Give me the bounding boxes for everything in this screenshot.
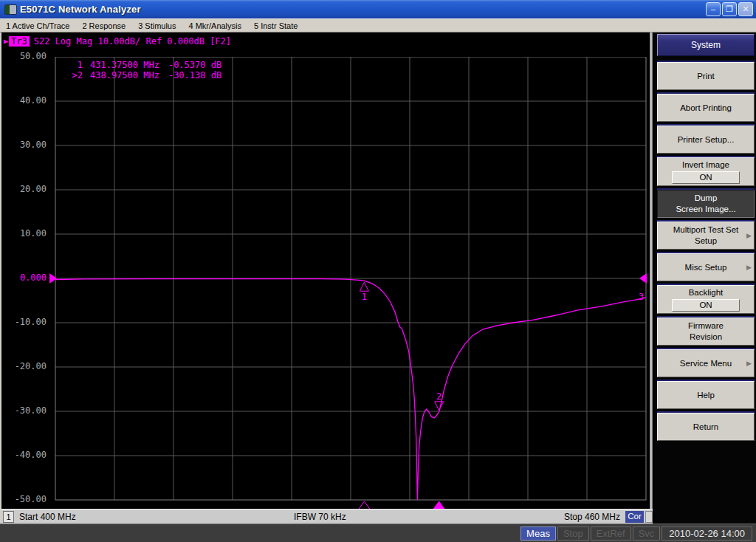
softkey-service-menu[interactable]: Service Menu▶ bbox=[657, 348, 755, 377]
reference-level-arrow-left bbox=[49, 273, 57, 284]
softkey-label: Screen Image... bbox=[676, 204, 735, 215]
trace-marker-icon bbox=[435, 402, 444, 411]
status-indicator-extref: ExtRef bbox=[591, 526, 631, 541]
correction-badge: Cor bbox=[625, 511, 644, 523]
datetime-display: 2010-02-26 14:00 bbox=[662, 526, 752, 541]
trace-marker-icon bbox=[360, 282, 368, 291]
menu-item-instr-state[interactable]: 5 Instr State bbox=[252, 21, 299, 31]
status-indicator-meas: Meas bbox=[520, 526, 556, 541]
softkey-multiport-test-set-setup[interactable]: Multiport Test SetSetup▶ bbox=[657, 220, 755, 250]
softkey-label: Abort Printing bbox=[680, 103, 732, 114]
trace-id-badge[interactable]: Tr3 bbox=[9, 36, 30, 47]
softkey-label: Return bbox=[693, 422, 719, 433]
channel-status-bar: 1 Start 400 MHz IFBW 70 kHz Stop 460 MHz… bbox=[1, 509, 653, 524]
active-trace-arrow-icon: ▶ bbox=[4, 37, 8, 45]
softkey-dump-screen-image[interactable]: DumpScreen Image... bbox=[657, 188, 755, 218]
softkey-label: Printer Setup... bbox=[678, 134, 735, 145]
window-titlebar: E5071C Network Analyzer – ❐ ✕ bbox=[0, 0, 756, 18]
softkey-toggle-state: ON bbox=[672, 171, 740, 184]
softkey-return[interactable]: Return bbox=[657, 411, 755, 441]
softkey-print[interactable]: Print bbox=[657, 61, 755, 90]
minimize-button[interactable]: – bbox=[706, 2, 721, 16]
softkey-printer-setup[interactable]: Printer Setup... bbox=[657, 124, 755, 154]
menu-item-active-ch-trace[interactable]: 1 Active Ch/Trace bbox=[4, 21, 71, 31]
correction-aux-box bbox=[645, 511, 653, 523]
softkey-abort-printing[interactable]: Abort Printing bbox=[657, 92, 755, 122]
softkey-label: Multiport Test Set bbox=[673, 224, 739, 236]
y-axis-label: -30.00 bbox=[1, 405, 47, 416]
submenu-arrow-icon: ▶ bbox=[746, 262, 752, 273]
y-axis-label: -20.00 bbox=[1, 361, 47, 371]
softkey-toggle-state: ON bbox=[672, 299, 740, 312]
softkey-label: Firmware bbox=[688, 320, 724, 332]
instrument-screen: ▶ Tr3 S22 Log Mag 10.00dB/ Ref 0.000dB [… bbox=[1, 32, 650, 509]
softkey-help[interactable]: Help bbox=[657, 380, 755, 409]
softkey-misc-setup[interactable]: Misc Setup▶ bbox=[657, 252, 755, 281]
submenu-arrow-icon: ▶ bbox=[746, 230, 752, 241]
softkey-label: Service Menu bbox=[680, 358, 732, 369]
trace-descriptor: S22 Log Mag 10.00dB/ Ref 0.000dB [F2] bbox=[34, 36, 231, 47]
softkey-label: Backlight bbox=[689, 287, 724, 298]
y-axis-label: 20.00 bbox=[1, 184, 47, 194]
y-axis-label: 50.00 bbox=[1, 51, 47, 61]
softkey-label: Invert Image bbox=[682, 159, 729, 171]
graticule: 12 bbox=[48, 57, 653, 511]
restore-button[interactable]: ❐ bbox=[722, 2, 737, 16]
start-frequency-label: Start 400 MHz bbox=[19, 512, 76, 522]
trace-header: ▶ Tr3 S22 Log Mag 10.00dB/ Ref 0.000dB [… bbox=[4, 35, 231, 47]
submenu-arrow-icon: ▶ bbox=[746, 358, 752, 369]
softkey-label: Misc Setup bbox=[685, 262, 727, 273]
softkey-firmware-revision[interactable]: FirmwareRevision bbox=[657, 316, 755, 346]
reference-level-arrow-right bbox=[639, 273, 647, 284]
softkey-menu-title: System bbox=[657, 34, 755, 56]
softkey-label: Revision bbox=[690, 332, 722, 343]
menu-item-mkr-analysis[interactable]: 4 Mkr/Analysis bbox=[187, 21, 243, 31]
trace-marker-number: 1 bbox=[362, 292, 367, 302]
menu-bar: 1 Active Ch/Trace2 Response3 Stimulus4 M… bbox=[0, 18, 756, 32]
y-axis-label: -40.00 bbox=[1, 450, 47, 460]
status-indicator-svc: Svc bbox=[633, 526, 661, 541]
softkey-invert-image[interactable]: Invert ImageON bbox=[657, 156, 755, 186]
y-axis-label: 10.00 bbox=[1, 228, 47, 239]
y-axis-label: -10.00 bbox=[1, 317, 47, 327]
softkey-label: Setup bbox=[695, 236, 717, 247]
window-title: E5071C Network Analyzer bbox=[20, 4, 141, 15]
trace-marker-number: 2 bbox=[436, 391, 441, 402]
status-indicator-stop: Stop bbox=[557, 526, 589, 541]
y-axis-label: 0.000 bbox=[1, 272, 47, 283]
stop-frequency-label: Stop 460 MHz bbox=[564, 512, 620, 522]
softkey-sidebar: System PrintAbort PrintingPrinter Setup.… bbox=[653, 32, 756, 524]
y-axis-label: 30.00 bbox=[1, 140, 47, 150]
y-axis-label: 40.00 bbox=[1, 95, 47, 106]
softkey-backlight[interactable]: BacklightON bbox=[657, 284, 755, 314]
channel-number-box: 1 bbox=[3, 511, 14, 523]
app-icon bbox=[4, 4, 17, 15]
softkey-label: Dump bbox=[695, 193, 718, 204]
softkey-label: Print bbox=[697, 71, 715, 82]
status-bar: MeasStopExtRefSvc2010-02-26 14:00 bbox=[0, 524, 756, 542]
close-button[interactable]: ✕ bbox=[738, 2, 753, 16]
ifbw-label: IFBW 70 kHz bbox=[294, 512, 346, 522]
menu-item-stimulus[interactable]: 3 Stimulus bbox=[137, 21, 177, 31]
menu-item-response[interactable]: 2 Response bbox=[80, 21, 127, 31]
trace-number-label: 3 bbox=[639, 292, 644, 302]
softkey-label: Help bbox=[697, 390, 715, 401]
y-axis-label: -50.00 bbox=[1, 494, 47, 504]
